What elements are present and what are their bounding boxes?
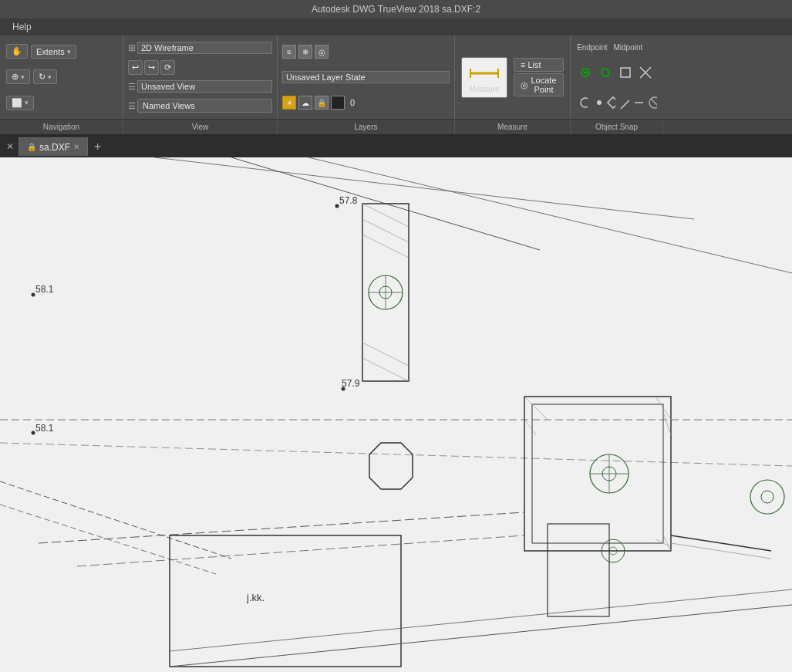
tab-close-icon[interactable]: ✕ <box>73 143 79 151</box>
layers-icons-row: ≡ ❄ ◎ <box>282 45 450 59</box>
svg-text:58.1: 58.1 <box>35 423 54 434</box>
horiz-snap-icon <box>632 94 643 111</box>
layer-isolate-button[interactable]: ◎ <box>315 45 329 59</box>
ribbon: ✋ Extents ▾ ⊕ ▾ ↻ ▾ ⬜ <box>0 35 792 136</box>
layer-state-row: Unsaved Layer State <box>282 71 450 83</box>
nav-hand-row: ✋ Extents ▾ <box>6 44 116 59</box>
wireframe-row: ⊞ 2D Wireframe 3D Wireframe Conceptual <box>128 42 272 54</box>
svg-text:58.1: 58.1 <box>35 284 54 295</box>
nav-pan-row: ⊕ ▾ ↻ ▾ <box>6 69 116 84</box>
layer-freeze-button[interactable]: ❄ <box>298 45 312 59</box>
layers-section-label: Layers <box>278 120 455 134</box>
view-prev-button[interactable]: ↩ <box>128 60 143 75</box>
no-snap-icon <box>646 94 657 111</box>
view-list-icon: ☰ <box>128 82 136 92</box>
cross-snap-icon <box>637 64 654 81</box>
named-views-label: Named Views <box>143 101 195 110</box>
svg-rect-16 <box>0 157 792 672</box>
extents-button[interactable]: Extents ▾ <box>31 45 76 59</box>
navigation-group: ✋ Extents ▾ ⊕ ▾ ↻ ▾ ⬜ <box>0 35 123 119</box>
extents-label: Extents <box>36 47 65 56</box>
cube-icon: ⬜ <box>12 98 22 108</box>
tab-bar: ✕ 🔒 sa.DXF ✕ + <box>0 136 792 157</box>
unsaved-view-row: ☰ Unsaved View <box>128 80 272 93</box>
locate-label: Locate Point <box>531 76 557 94</box>
measure-icon <box>469 62 500 85</box>
svg-line-15 <box>651 99 657 106</box>
layer-properties-button[interactable]: ≡ <box>282 45 296 59</box>
snap-top-icons <box>577 64 657 81</box>
measure-button[interactable]: Measure <box>461 57 507 98</box>
svg-point-10 <box>597 100 602 105</box>
svg-point-5 <box>602 69 609 76</box>
drawing-area[interactable]: 57.8 57.9 58.1 58.1 j.kk. <box>0 157 792 672</box>
ribbon-labels: Navigation View Layers Measure Object Sn… <box>0 119 792 134</box>
view-group: ⊞ 2D Wireframe 3D Wireframe Conceptual ↩… <box>123 35 278 119</box>
view-icon: ⊞ <box>128 42 136 53</box>
orbit-chevron-icon: ▾ <box>48 73 52 81</box>
nav-extra-row: ⬜ ▾ <box>6 96 116 110</box>
midpoint-icon <box>597 64 614 81</box>
svg-point-9 <box>581 98 588 107</box>
circle-snap-icon <box>577 94 588 111</box>
endpoint-icon <box>577 64 594 81</box>
locate-point-button[interactable]: ◎ Locate Point <box>514 73 564 96</box>
list-button[interactable]: ≡ List <box>514 58 564 72</box>
measure-section-label: Measure <box>455 120 571 134</box>
cube-chevron-icon: ▾ <box>25 99 29 106</box>
wireframe-dropdown[interactable]: 2D Wireframe 3D Wireframe Conceptual <box>137 42 272 54</box>
layer-color-swatch <box>331 96 345 110</box>
layer-state-dropdown[interactable]: Unsaved Layer State <box>282 71 450 83</box>
orbit-button[interactable]: ↻ ▾ <box>33 69 57 84</box>
menu-item-help[interactable]: Help <box>6 22 38 32</box>
hand-icon: ✋ <box>12 46 22 56</box>
tab-sa-dxf[interactable]: 🔒 sa.DXF ✕ <box>19 137 88 156</box>
midpoint-label: Midpoint <box>613 43 642 52</box>
layer-sun-icon[interactable]: ☀ <box>282 96 296 110</box>
named-views-button[interactable]: Named Views <box>137 99 272 113</box>
layer-controls-row: ☀ ☁ 🔒 0 <box>282 96 450 110</box>
snap-labels-row: Endpoint Midpoint <box>577 43 657 52</box>
endpoint-label: Endpoint <box>577 43 607 52</box>
view-next-button[interactable]: ↪ <box>144 60 159 75</box>
drawing-canvas: 57.8 57.9 58.1 58.1 j.kk. <box>0 157 792 672</box>
object-snap-section-label: Object Snap <box>571 120 663 134</box>
tab-add-button[interactable]: + <box>89 138 106 155</box>
pan-chevron-icon: ▾ <box>21 73 25 81</box>
named-views-icon: ☰ <box>128 101 136 111</box>
pan-icon: ⊕ <box>12 72 19 82</box>
dot-snap-icon <box>591 94 602 111</box>
layer-cloud-icon[interactable]: ☁ <box>298 96 312 110</box>
tab-lock-icon: 🔒 <box>27 143 36 151</box>
view-prev-icon: ↩ <box>132 62 139 73</box>
hand-pan-button[interactable]: ✋ <box>6 44 28 59</box>
svg-rect-11 <box>608 97 615 108</box>
nav-arrows-button[interactable]: ⊕ ▾ <box>6 69 30 84</box>
tab-close-left-button[interactable]: ✕ <box>3 140 17 154</box>
list-label: List <box>527 60 541 69</box>
diamond-snap-icon <box>605 94 615 111</box>
svg-point-33 <box>32 431 35 435</box>
extents-chevron-icon: ▾ <box>67 48 71 56</box>
layer-lock-icon[interactable]: 🔒 <box>315 96 329 110</box>
menu-bar: Help <box>0 19 792 35</box>
snap-bottom-icons <box>577 94 657 111</box>
unsaved-view-dropdown[interactable]: Unsaved View <box>137 80 272 93</box>
named-views-row: ☰ Named Views <box>128 99 272 113</box>
layers-group: ≡ ❄ ◎ Unsaved Layer State ☀ ☁ 🔒 0 <box>278 35 455 119</box>
square-snap-icon <box>617 64 634 81</box>
view-cube-button[interactable]: ⬜ ▾ <box>6 96 34 110</box>
view-section-label: View <box>123 120 278 134</box>
svg-text:j.kk.: j.kk. <box>246 592 265 603</box>
line-snap-icon <box>618 94 629 111</box>
navigation-section-label: Navigation <box>0 120 123 134</box>
title-bar: Autodesk DWG TrueView 2018 sa.DXF:2 <box>0 0 792 19</box>
orbit-icon: ↻ <box>39 72 45 82</box>
ribbon-row-top: ✋ Extents ▾ ⊕ ▾ ↻ ▾ ⬜ <box>0 35 792 119</box>
svg-text:57.9: 57.9 <box>342 378 360 389</box>
measure-group: Measure ≡ List ◎ Locate Point <box>455 35 571 119</box>
svg-rect-6 <box>621 68 630 77</box>
view-refresh-button[interactable]: ⟳ <box>160 60 175 75</box>
svg-line-12 <box>621 96 629 109</box>
svg-point-4 <box>584 71 587 74</box>
